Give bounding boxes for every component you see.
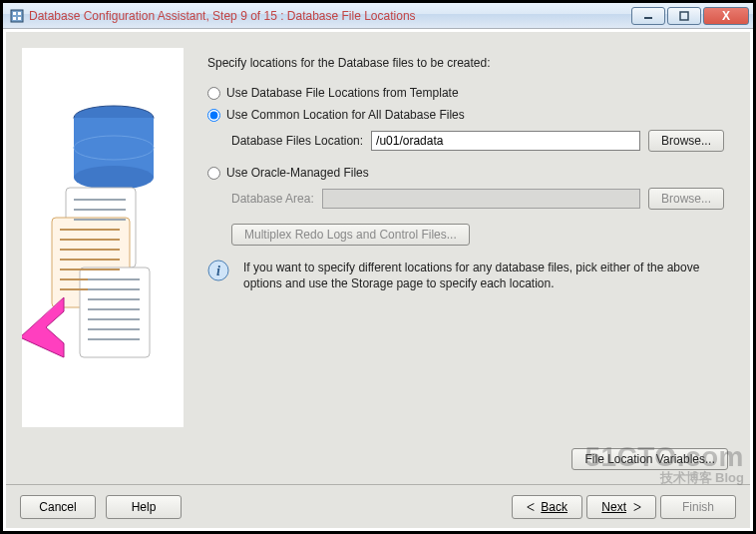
svg-rect-4: [18, 17, 21, 20]
window-controls: X: [629, 7, 749, 25]
svg-rect-6: [680, 12, 688, 20]
page-heading: Specify locations for the Database files…: [207, 56, 724, 70]
browse-common-button[interactable]: Browse...: [648, 130, 724, 152]
main-area: Specify locations for the Database files…: [184, 40, 742, 476]
svg-rect-0: [11, 10, 23, 22]
radio-use-common[interactable]: [207, 109, 220, 122]
close-button[interactable]: X: [703, 7, 749, 25]
db-files-location-input[interactable]: [371, 131, 640, 151]
label-use-template[interactable]: Use Database File Locations from Templat…: [226, 86, 459, 100]
titlebar: Database Configuration Assistant, Step 9…: [3, 3, 753, 29]
next-button[interactable]: Next ᐳ: [586, 495, 656, 519]
info-box: i If you want to specify different locat…: [207, 260, 724, 291]
file-location-variables-button[interactable]: File Location Variables...: [571, 448, 728, 470]
client-area: Specify locations for the Database files…: [6, 32, 750, 528]
db-files-location-label: Database Files Location:: [231, 134, 363, 148]
window-title: Database Configuration Assistant, Step 9…: [29, 9, 629, 23]
radio-use-template[interactable]: [207, 87, 220, 100]
radio-use-omf[interactable]: [207, 167, 220, 180]
svg-rect-3: [13, 17, 16, 20]
multiplex-button: Multiplex Redo Logs and Control Files...: [231, 224, 470, 246]
svg-text:i: i: [216, 264, 220, 278]
db-area-label: Database Area:: [231, 192, 314, 206]
omf-row: Database Area: Browse...: [231, 188, 724, 210]
finish-button: Finish: [660, 495, 736, 519]
wizard-illustration: [22, 48, 184, 427]
minimize-button[interactable]: [631, 7, 665, 25]
wizard-footer: Cancel Help ᐸ Back Next ᐳ Finish: [6, 484, 750, 528]
label-use-common[interactable]: Use Common Location for All Database Fil…: [226, 108, 465, 122]
help-button[interactable]: Help: [106, 495, 182, 519]
info-icon: i: [207, 260, 229, 281]
svg-rect-2: [18, 12, 21, 15]
content-area: Specify locations for the Database files…: [14, 40, 742, 476]
browse-omf-button: Browse...: [648, 188, 724, 210]
common-location-row: Database Files Location: Browse...: [231, 130, 724, 152]
app-icon: [9, 8, 25, 24]
svg-rect-1: [13, 12, 16, 15]
svg-point-10: [74, 166, 154, 190]
app-window: Database Configuration Assistant, Step 9…: [0, 0, 756, 534]
cancel-button[interactable]: Cancel: [20, 495, 96, 519]
back-button[interactable]: ᐸ Back: [512, 495, 582, 519]
info-text: If you want to specify different locatio…: [243, 260, 724, 291]
label-use-omf[interactable]: Use Oracle-Managed Files: [226, 166, 369, 180]
maximize-button[interactable]: [667, 7, 701, 25]
db-area-input: [322, 189, 640, 209]
svg-rect-14: [80, 267, 150, 357]
